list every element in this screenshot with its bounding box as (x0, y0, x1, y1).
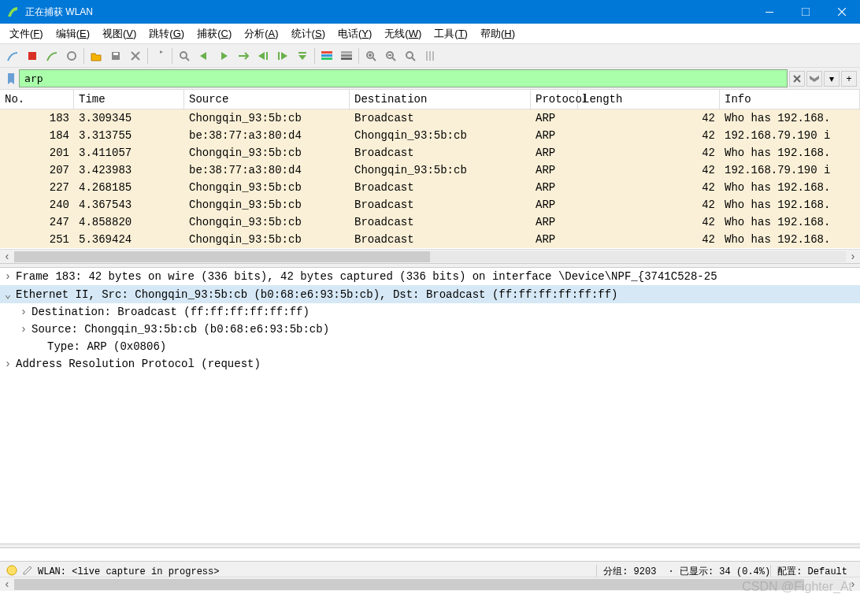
zoom-in-icon[interactable] (361, 46, 380, 65)
menu-telephony[interactable]: 电话(Y) (332, 24, 378, 43)
packet-row[interactable]: 2073.423983be:38:77:a3:80:d4Chongqin_93:… (0, 161, 860, 179)
status-separator: · (662, 566, 680, 577)
tree-eth-src[interactable]: ›Source: Chongqin_93:5b:cb (b0:68:e6:93:… (0, 321, 860, 338)
menu-go[interactable]: 跳转(G) (143, 24, 191, 43)
status-interface: WLAN: <live capture in progress> (38, 566, 219, 577)
menubar: 文件(F) 编辑(E) 视图(V) 跳转(G) 捕获(C) 分析(A) 统计(S… (0, 24, 860, 44)
col-length[interactable]: Length (578, 90, 720, 109)
col-info[interactable]: Info (720, 90, 860, 109)
find-packet-icon[interactable] (175, 46, 194, 65)
menu-edit[interactable]: 编辑(E) (50, 24, 96, 43)
menu-capture[interactable]: 捕获(C) (191, 24, 238, 43)
clear-filter-icon[interactable] (789, 71, 805, 87)
close-file-icon[interactable] (126, 46, 145, 65)
close-button[interactable] (824, 0, 860, 24)
col-source[interactable]: Source (184, 90, 350, 109)
menu-tools[interactable]: 工具(T) (428, 24, 474, 43)
col-no[interactable]: No. (0, 90, 74, 109)
save-file-icon[interactable] (106, 46, 125, 65)
scroll-left-icon[interactable]: ‹ (0, 250, 14, 263)
maximize-button[interactable] (788, 0, 824, 24)
bookmark-icon[interactable] (3, 71, 19, 87)
packet-row[interactable]: 1833.309345Chongqin_93:5b:cbBroadcastARP… (0, 109, 860, 127)
svg-rect-9 (321, 51, 332, 54)
minimize-button[interactable] (751, 0, 788, 24)
scroll-right-icon[interactable]: › (846, 250, 860, 263)
packet-row[interactable]: 2515.369424Chongqin_93:5b:cbBroadcastARP… (0, 231, 860, 248)
toolbar (0, 44, 860, 68)
svg-rect-2 (28, 52, 36, 60)
window-title: 正在捕获 WLAN (25, 6, 751, 19)
packet-bytes-pane[interactable] (0, 548, 860, 561)
svg-rect-0 (765, 12, 773, 13)
capture-options-icon[interactable] (62, 46, 81, 65)
menu-view[interactable]: 视图(V) (96, 24, 143, 43)
display-filter-input[interactable] (19, 69, 788, 87)
menu-analyze[interactable]: 分析(A) (238, 24, 284, 43)
packet-row[interactable]: 2474.858820Chongqin_93:5b:cbBroadcastARP… (0, 213, 860, 231)
menu-wireless[interactable]: 无线(W) (378, 24, 428, 43)
svg-point-17 (406, 52, 413, 58)
svg-rect-11 (321, 58, 332, 60)
packet-row[interactable]: 2274.268185Chongqin_93:5b:cbBroadcastARP… (0, 179, 860, 196)
svg-rect-10 (321, 54, 332, 57)
svg-rect-13 (341, 54, 352, 57)
open-file-icon[interactable] (87, 46, 106, 65)
expand-icon[interactable]: › (0, 358, 16, 370)
zoom-out-icon[interactable] (381, 46, 400, 65)
packet-rows[interactable]: 1833.309345Chongqin_93:5b:cbBroadcastARP… (0, 109, 860, 249)
svg-point-6 (180, 52, 187, 58)
restart-capture-icon[interactable] (43, 46, 61, 65)
svg-rect-1 (802, 8, 810, 16)
titlebar: 正在捕获 WLAN (0, 0, 860, 24)
svg-rect-7 (266, 52, 268, 60)
col-destination[interactable]: Destination (350, 90, 531, 109)
packet-row[interactable]: 2013.411057Chongqin_93:5b:cbBroadcastARP… (0, 144, 860, 161)
svg-rect-5 (113, 53, 118, 55)
apply-filter-icon[interactable] (806, 71, 822, 87)
filter-dropdown-icon[interactable]: ▾ (824, 71, 840, 87)
tree-arp[interactable]: ›Address Resolution Protocol (request) (0, 355, 860, 373)
add-filter-icon[interactable]: + (841, 71, 857, 87)
tree-ethernet[interactable]: ⌄Ethernet II, Src: Chongqin_93:5b:cb (b0… (0, 285, 860, 303)
tree-eth-type[interactable]: Type: ARP (0x0806) (0, 338, 860, 355)
column-headers: No. Time Source Destination Protocol Len… (0, 90, 860, 109)
start-capture-icon[interactable] (3, 46, 22, 65)
go-first-icon[interactable] (254, 46, 272, 65)
expand-icon[interactable]: › (16, 306, 32, 318)
svg-rect-12 (341, 51, 352, 54)
packet-row[interactable]: 2404.367543Chongqin_93:5b:cbBroadcastARP… (0, 196, 860, 213)
menu-file[interactable]: 文件(F) (3, 24, 50, 43)
menu-statistics[interactable]: 统计(S) (285, 24, 332, 43)
resize-columns-icon[interactable] (421, 46, 439, 65)
zoom-reset-icon[interactable] (401, 46, 420, 65)
tree-eth-dst[interactable]: ›Destination: Broadcast (ff:ff:ff:ff:ff:… (0, 303, 860, 321)
go-last-icon[interactable] (273, 46, 292, 65)
autoscroll-icon[interactable] (293, 46, 312, 65)
go-next-icon[interactable] (214, 46, 233, 65)
collapse-icon[interactable]: ⌄ (0, 288, 16, 301)
tree-frame[interactable]: ›Frame 183: 42 bytes on wire (336 bits),… (0, 268, 860, 285)
stop-capture-icon[interactable] (23, 46, 42, 65)
svg-rect-8 (278, 52, 280, 60)
col-protocol[interactable]: Protocol (531, 90, 578, 109)
packet-row[interactable]: 1843.313755be:38:77:a3:80:d4Chongqin_93:… (0, 127, 860, 144)
svg-point-18 (7, 566, 17, 575)
packet-list-pane: No. Time Source Destination Protocol Len… (0, 90, 860, 263)
go-jump-icon[interactable] (234, 46, 253, 65)
expand-icon[interactable]: › (16, 323, 32, 336)
svg-rect-14 (341, 58, 352, 60)
go-previous-icon[interactable] (195, 46, 213, 65)
reload-icon[interactable] (150, 46, 169, 65)
packet-details-pane[interactable]: ›Frame 183: 42 bytes on wire (336 bits),… (0, 268, 860, 544)
col-time[interactable]: Time (74, 90, 184, 109)
filter-bar: ▾ + (0, 68, 860, 90)
menu-help[interactable]: 帮助(H) (474, 24, 521, 43)
app-icon (6, 6, 19, 18)
colorize2-icon[interactable] (337, 46, 356, 65)
expand-icon[interactable]: › (0, 270, 16, 283)
svg-point-3 (68, 52, 76, 60)
packet-list-hscroll[interactable]: ‹ › (0, 249, 860, 263)
colorize-icon[interactable] (317, 46, 336, 65)
